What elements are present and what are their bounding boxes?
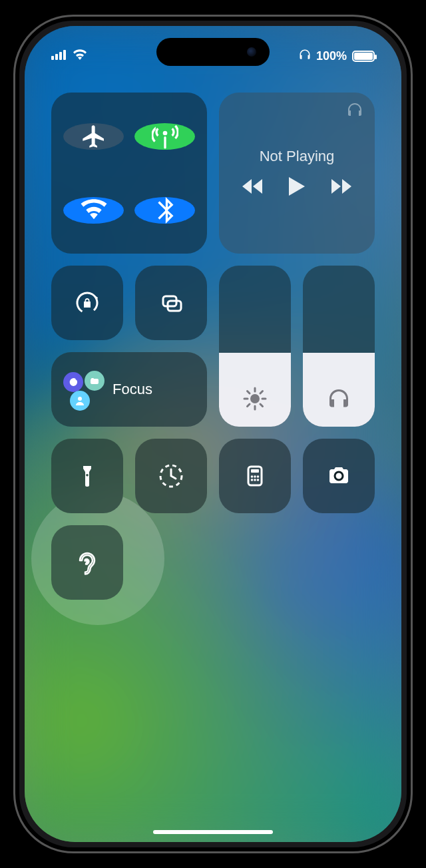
iphone-frame: 100%: [13, 15, 413, 853]
svg-line-15: [260, 391, 263, 394]
control-center: Not Playing: [51, 93, 375, 600]
brightness-slider[interactable]: [219, 266, 291, 427]
svg-rect-2: [59, 52, 62, 60]
focus-modes-icon: [63, 369, 103, 409]
calculator-button[interactable]: [219, 439, 291, 513]
svg-point-18: [78, 397, 82, 401]
volume-headphones-icon: [327, 387, 351, 413]
svg-point-22: [251, 475, 254, 478]
do-not-disturb-icon: [63, 372, 83, 392]
svg-point-26: [254, 479, 256, 481]
svg-line-12: [248, 391, 250, 394]
svg-line-14: [248, 404, 250, 407]
volume-slider[interactable]: [303, 266, 375, 427]
flashlight-button[interactable]: [51, 439, 123, 513]
airplane-mode-toggle[interactable]: [63, 123, 124, 150]
sleep-icon: [85, 371, 105, 391]
svg-rect-0: [51, 56, 54, 60]
svg-point-25: [251, 479, 254, 481]
svg-rect-21: [251, 469, 259, 473]
rewind-button[interactable]: [242, 179, 262, 196]
focus-button[interactable]: Focus: [51, 352, 207, 427]
wifi-status-icon: [73, 49, 87, 63]
cellular-data-toggle[interactable]: [134, 123, 195, 150]
forward-button[interactable]: [331, 179, 351, 196]
dynamic-island: [156, 38, 270, 66]
battery-percent: 100%: [316, 49, 347, 63]
connectivity-group[interactable]: [51, 93, 207, 254]
volume-down-button: [13, 283, 15, 336]
camera-button[interactable]: [303, 439, 375, 513]
svg-point-23: [254, 475, 256, 478]
svg-point-24: [257, 475, 260, 478]
hearing-button[interactable]: [51, 525, 123, 600]
brightness-icon: [243, 387, 267, 413]
media-title: Not Playing: [260, 148, 335, 165]
focus-label: Focus: [112, 381, 152, 398]
timer-button[interactable]: [135, 439, 207, 513]
screen-mirroring-button[interactable]: [135, 266, 207, 340]
svg-rect-1: [55, 54, 58, 60]
personal-icon: [70, 391, 90, 411]
cellular-signal-icon: [51, 49, 67, 63]
svg-rect-16: [91, 379, 99, 384]
side-switch: [13, 163, 15, 190]
svg-rect-17: [91, 378, 94, 379]
svg-point-27: [257, 479, 260, 481]
battery-icon: [352, 51, 375, 62]
svg-point-7: [250, 394, 260, 403]
screen: 100%: [25, 26, 401, 842]
power-button: [411, 236, 413, 323]
headphones-status-icon: [299, 49, 311, 64]
play-button[interactable]: [289, 177, 305, 198]
home-indicator[interactable]: [153, 830, 273, 834]
svg-rect-3: [63, 50, 66, 60]
media-controls[interactable]: Not Playing: [219, 93, 375, 254]
volume-up-button: [13, 216, 15, 270]
orientation-lock-toggle[interactable]: [51, 266, 123, 340]
svg-line-13: [260, 404, 263, 407]
bluetooth-toggle[interactable]: [134, 197, 195, 224]
audio-output-icon: [347, 102, 363, 120]
wifi-toggle[interactable]: [63, 197, 124, 224]
